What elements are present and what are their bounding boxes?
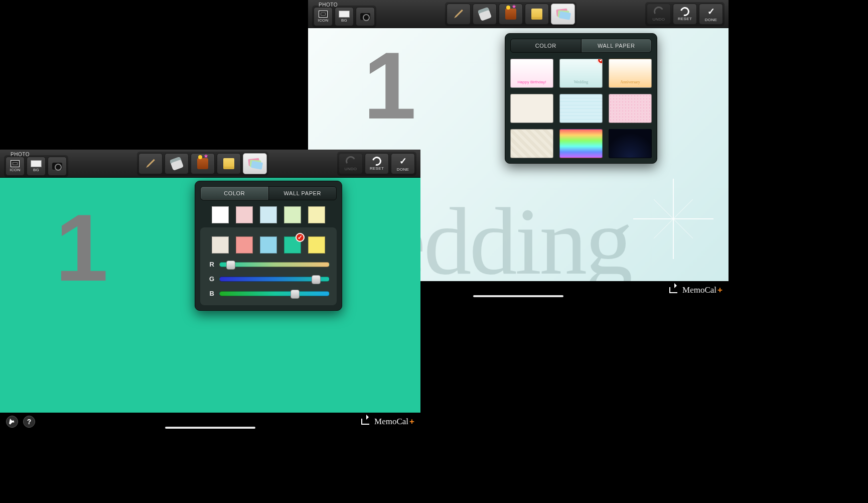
slider-b: B — [207, 290, 330, 297]
share-icon[interactable] — [361, 419, 369, 425]
slider-g-knob[interactable] — [312, 275, 321, 284]
date-number: 1 — [55, 193, 108, 302]
tab-wallpaper[interactable]: WALL PAPER — [581, 39, 652, 52]
background-tool[interactable] — [243, 153, 267, 174]
wallpaper-grid-blue[interactable] — [559, 94, 603, 123]
wallpaper-wedding[interactable]: Wedding — [559, 59, 603, 88]
date-number: 1 — [363, 31, 416, 140]
wallpaper-hatch-beige[interactable] — [510, 129, 553, 158]
done-button[interactable]: DONE — [699, 4, 723, 25]
wallpaper-caption: Happy Birthday! — [518, 80, 546, 87]
color-swatch[interactable] — [212, 206, 229, 223]
reset-button[interactable]: RESET — [365, 153, 389, 174]
pencil-tool[interactable] — [138, 153, 163, 174]
camera-button[interactable] — [48, 157, 67, 176]
eraser-icon — [170, 156, 184, 170]
help-button[interactable] — [23, 416, 35, 428]
share-icon[interactable] — [669, 287, 677, 293]
tab-color[interactable]: COLOR — [201, 187, 268, 200]
undo-icon — [652, 5, 665, 18]
wrench-icon — [7, 417, 17, 427]
settings-button[interactable] — [6, 416, 18, 428]
color-swatch[interactable] — [260, 236, 277, 254]
eraser-tool[interactable] — [165, 153, 189, 174]
slider-g-track[interactable] — [219, 277, 330, 282]
photo-group: PHOTO ICON BG — [4, 150, 68, 177]
wallpaper-caption: Wedding — [574, 80, 589, 87]
slider-r-knob[interactable] — [226, 261, 235, 270]
icon-mode-button[interactable]: ICON — [314, 7, 333, 26]
color-swatch[interactable] — [236, 206, 253, 223]
note-icon — [223, 158, 234, 169]
color-swatch[interactable] — [284, 206, 301, 223]
check-icon — [399, 156, 407, 167]
pencil-tool[interactable] — [447, 4, 471, 25]
wallpaper-dots-pink[interactable] — [609, 94, 652, 123]
bottom-bar: MemoCal+ — [0, 413, 420, 431]
toolbar: PHOTO ICON BG UNDO RESET DONE — [0, 150, 420, 178]
background-popover: COLOR WALL PAPER R G B — [195, 181, 342, 311]
color-swatch[interactable] — [284, 236, 301, 254]
eraser-tool[interactable] — [473, 4, 497, 25]
popover-tabs: COLOR WALL PAPER — [510, 39, 652, 53]
color-panel: R G B — [200, 227, 337, 305]
reset-icon — [371, 155, 383, 167]
brand-label: MemoCal+ — [374, 417, 414, 427]
reset-button[interactable]: RESET — [673, 4, 697, 25]
stickers-icon — [505, 9, 516, 20]
undo-icon — [344, 154, 357, 168]
slider-r-track[interactable] — [219, 262, 330, 267]
swatch-row-1 — [200, 206, 337, 223]
wallpaper-happy-birthday[interactable]: Happy Birthday! — [510, 59, 553, 88]
camera-icon — [52, 163, 62, 170]
swatch-row-2 — [207, 236, 330, 254]
wallpaper-rainbow[interactable] — [559, 129, 603, 158]
frame-icon — [11, 160, 20, 167]
stickers-tool[interactable] — [499, 4, 523, 25]
color-swatch[interactable] — [308, 206, 325, 223]
wallpaper-plain-cream[interactable] — [510, 94, 553, 123]
background-popover: COLOR WALL PAPER Happy Birthday!WeddingA… — [505, 33, 657, 164]
undo-button: UNDO — [647, 4, 671, 25]
slider-b-knob[interactable] — [291, 290, 300, 299]
note-tool[interactable] — [525, 4, 549, 25]
home-indicator — [165, 427, 255, 429]
home-indicator — [473, 295, 563, 297]
help-icon — [27, 417, 32, 426]
color-swatch[interactable] — [212, 236, 229, 254]
color-swatch[interactable] — [308, 236, 325, 254]
bg-mode-button[interactable]: BG — [27, 157, 46, 176]
check-icon — [707, 6, 715, 17]
pencil-icon — [453, 9, 464, 20]
photo-group: PHOTO ICON BG — [312, 1, 376, 28]
photo-label: PHOTO — [4, 152, 36, 157]
bg-icon — [339, 11, 350, 18]
frame-icon — [319, 11, 328, 18]
stickers-icon — [197, 158, 208, 169]
camera-button[interactable] — [356, 7, 375, 26]
color-swatch[interactable] — [260, 206, 277, 223]
slider-b-track[interactable] — [219, 291, 330, 296]
tab-color[interactable]: COLOR — [511, 39, 581, 52]
editor-pane-color: PHOTO ICON BG UNDO RESET DONE 1 CO — [0, 150, 420, 431]
color-swatch[interactable] — [236, 236, 253, 254]
pencil-icon — [145, 158, 156, 169]
bg-mode-button[interactable]: BG — [335, 7, 354, 26]
wallpaper-anniversary[interactable]: Anniversary — [609, 59, 652, 88]
papers-icon — [248, 159, 261, 169]
slider-r: R — [207, 261, 330, 268]
tab-wallpaper[interactable]: WALL PAPER — [268, 187, 337, 200]
done-button[interactable]: DONE — [391, 153, 415, 174]
stickers-tool[interactable] — [191, 153, 215, 174]
eraser-icon — [478, 7, 492, 21]
wallpaper-night-sky[interactable] — [609, 129, 652, 158]
wallpaper-caption: Anniversary — [620, 80, 640, 87]
popover-tabs: COLOR WALL PAPER — [200, 186, 337, 200]
icon-mode-button[interactable]: ICON — [6, 157, 25, 176]
background-tool[interactable] — [551, 4, 575, 25]
canvas[interactable]: 1 COLOR WALL PAPER R G B — [0, 178, 420, 413]
bg-icon — [31, 160, 42, 167]
photo-label: PHOTO — [312, 2, 344, 8]
reset-icon — [679, 5, 691, 18]
note-tool[interactable] — [217, 153, 241, 174]
